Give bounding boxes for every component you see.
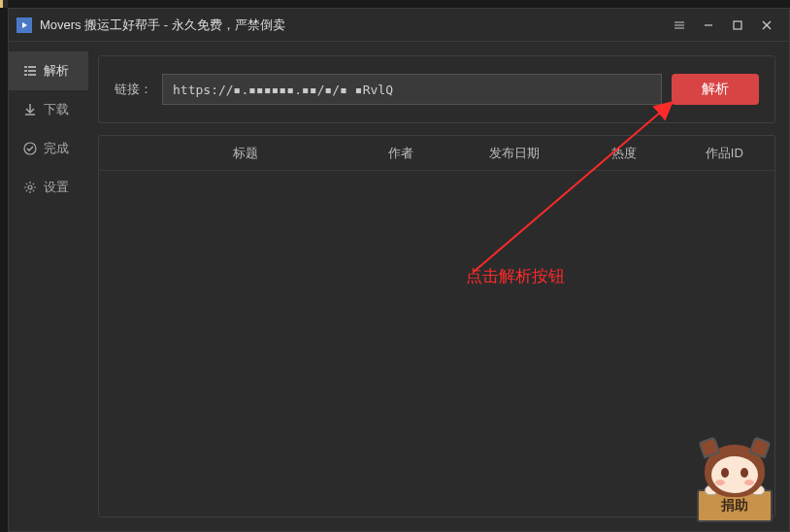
top-stripe xyxy=(0,0,8,8)
th-date: 发布日期 xyxy=(455,145,574,162)
svg-rect-9 xyxy=(24,70,27,72)
close-button[interactable] xyxy=(752,14,781,37)
sidebar-item-label: 设置 xyxy=(44,179,69,196)
check-circle-icon xyxy=(22,141,38,156)
th-title: 标题 xyxy=(146,145,346,162)
sidebar-item-parse[interactable]: 解析 xyxy=(9,51,88,90)
maximize-button[interactable] xyxy=(723,14,752,37)
th-workid: 作品ID xyxy=(675,145,774,162)
titlebar: Movers 搬运工好帮手 - 永久免费，严禁倒卖 xyxy=(9,9,789,42)
svg-rect-10 xyxy=(28,70,36,72)
sidebar-item-settings[interactable]: 设置 xyxy=(9,168,88,207)
app-icon xyxy=(16,17,32,33)
table-panel: 标题 作者 发布日期 热度 作品ID xyxy=(98,135,775,517)
parse-button[interactable]: 解析 xyxy=(672,74,759,105)
app-window: Movers 搬运工好帮手 - 永久免费，严禁倒卖 解析 xyxy=(8,8,790,532)
mascot[interactable]: 捐助 xyxy=(691,445,778,522)
svg-rect-7 xyxy=(24,66,27,68)
svg-rect-4 xyxy=(734,21,741,29)
main-panel: 链接： 解析 标题 作者 发布日期 热度 作品ID xyxy=(88,42,789,531)
list-icon xyxy=(22,63,38,79)
donate-label: 捐助 xyxy=(721,497,748,515)
url-input[interactable] xyxy=(162,74,662,105)
sidebar-item-label: 完成 xyxy=(44,140,69,157)
sidebar: 解析 下载 完成 设置 xyxy=(9,42,88,531)
mascot-head xyxy=(705,445,765,497)
th-heat: 热度 xyxy=(574,145,674,162)
sidebar-item-label: 下载 xyxy=(44,101,69,118)
svg-rect-8 xyxy=(28,66,36,68)
download-icon xyxy=(22,102,38,117)
link-label: 链接： xyxy=(115,81,152,98)
svg-rect-11 xyxy=(24,74,27,76)
window-controls xyxy=(665,14,781,37)
table-header: 标题 作者 发布日期 热度 作品ID xyxy=(99,136,774,171)
gear-icon xyxy=(22,180,38,195)
table-body xyxy=(99,171,774,516)
sidebar-item-download[interactable]: 下载 xyxy=(9,90,88,129)
input-panel: 链接： 解析 xyxy=(98,55,775,123)
minimize-button[interactable] xyxy=(694,14,723,37)
sidebar-item-label: 解析 xyxy=(44,62,69,80)
svg-rect-12 xyxy=(28,74,36,76)
svg-point-14 xyxy=(28,185,32,189)
menu-button[interactable] xyxy=(665,14,694,37)
window-title: Movers 搬运工好帮手 - 永久免费，严禁倒卖 xyxy=(40,17,665,34)
body: 解析 下载 完成 设置 链 xyxy=(9,42,789,531)
sidebar-item-done[interactable]: 完成 xyxy=(9,129,88,168)
th-author: 作者 xyxy=(346,145,456,162)
